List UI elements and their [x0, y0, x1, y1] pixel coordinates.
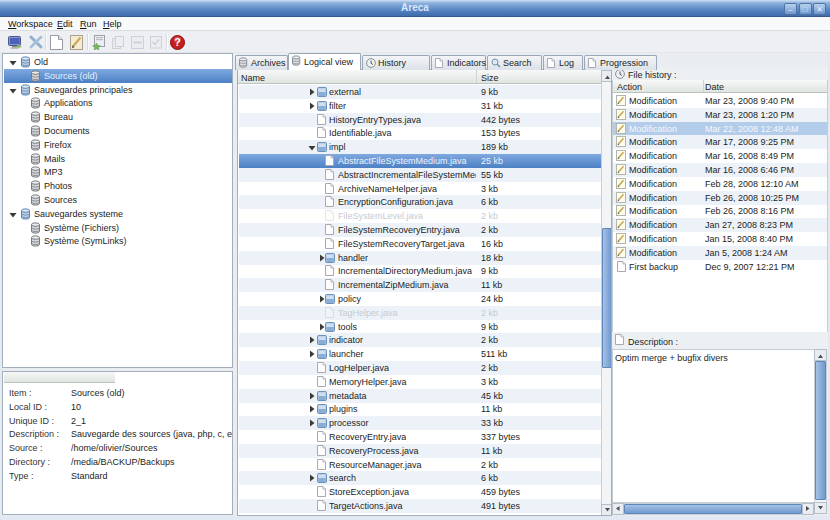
svg-text:?: ?	[174, 36, 180, 48]
